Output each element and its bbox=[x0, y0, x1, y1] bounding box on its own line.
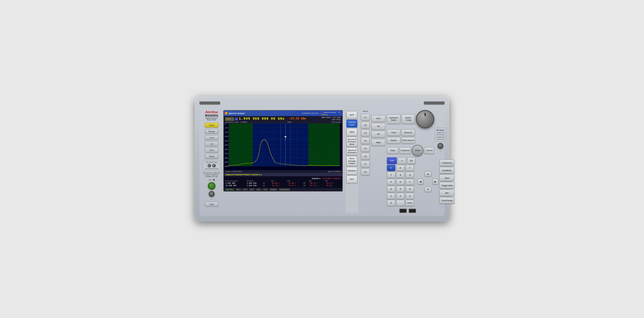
key-c[interactable]: C bbox=[406, 179, 414, 185]
softkey-off[interactable]: OFF bbox=[346, 175, 357, 183]
mod-on-off-knob[interactable] bbox=[212, 164, 216, 167]
key-1[interactable]: 1 bbox=[387, 193, 395, 199]
key-f[interactable]: F bbox=[406, 165, 414, 171]
single-button[interactable]: Single bbox=[387, 147, 398, 154]
key-e[interactable]: E bbox=[396, 165, 405, 171]
bs-button[interactable]: BS bbox=[407, 157, 415, 164]
f8-key[interactable]: F8 bbox=[361, 168, 370, 175]
sa-button[interactable]: SA bbox=[371, 123, 385, 130]
preset-button[interactable]: Preset bbox=[205, 123, 218, 127]
marker-button[interactable]: Marker bbox=[387, 137, 400, 144]
bw-button[interactable]: BW bbox=[439, 190, 454, 196]
time-sweep-button[interactable]: Time/Sweep bbox=[439, 197, 454, 204]
softkey-spectrum-emission[interactable]: Spectrum Emission Mask ▸ bbox=[346, 137, 357, 147]
f6-key[interactable]: F6 bbox=[361, 153, 370, 160]
enter-button[interactable]: Enter bbox=[412, 145, 423, 156]
frequency-button[interactable]: Frequency bbox=[439, 159, 454, 166]
col-h5: dBm bbox=[287, 180, 303, 182]
sg-output-box: SG Output (Opt) SG On/Off Mod On/Off bbox=[203, 160, 221, 171]
appli-button[interactable]: Appli bbox=[371, 139, 385, 146]
acp-r1-dbc2: -60.73 ( bbox=[309, 182, 325, 184]
softkey-standard[interactable]: Standard bbox=[346, 167, 357, 175]
f5-key[interactable]: F5 bbox=[361, 145, 370, 152]
usb-port-1[interactable] bbox=[399, 209, 407, 213]
f4-key[interactable]: F4 bbox=[361, 137, 370, 144]
main-knob[interactable] bbox=[416, 110, 434, 128]
main-body: Anritsu MS2830A Signal Analyzer 9kHz-6GH… bbox=[199, 107, 445, 216]
shift-button[interactable]: Shift bbox=[387, 157, 397, 164]
sg-button[interactable]: SG bbox=[371, 131, 385, 138]
copy-button[interactable]: Copy bbox=[205, 202, 218, 206]
cal-button[interactable]: Cal bbox=[205, 141, 218, 146]
save-button[interactable]: Save bbox=[205, 148, 218, 152]
key-3[interactable]: 3 bbox=[406, 193, 414, 199]
key-b[interactable]: B bbox=[396, 179, 405, 185]
minus-plus-button[interactable]: -/+ bbox=[398, 157, 406, 164]
arrow-down-button[interactable]: ▼ bbox=[425, 187, 431, 192]
sg-on-off-knob[interactable] bbox=[207, 164, 211, 167]
softkey-burst-average[interactable]: Burst Average Power ▸ bbox=[346, 156, 357, 166]
usb-port-2[interactable] bbox=[409, 209, 416, 213]
recall-button[interactable]: Recall bbox=[205, 154, 218, 159]
arrow-right-button[interactable]: ▶ bbox=[433, 179, 438, 185]
arrow-left-button[interactable]: ◀ bbox=[418, 179, 423, 185]
right-side-btns: Frequency Amplitude Span Trigger/Gate BW… bbox=[439, 159, 454, 204]
rms-label: RMS bbox=[287, 121, 292, 123]
key-dot[interactable]: . bbox=[396, 200, 405, 206]
trigger-gate-button[interactable]: Trigger/Gate bbox=[439, 182, 454, 189]
sa-status-bar: A W OFF B— C— D— E— F— Ref.Ext Pre-Amp O… bbox=[224, 188, 342, 191]
span-button[interactable]: Span bbox=[439, 174, 454, 181]
arrow-up-button[interactable]: ▲ bbox=[425, 171, 431, 177]
key-2[interactable]: 2 bbox=[396, 193, 405, 199]
points-label: 1001 points bbox=[331, 121, 341, 123]
acp-r2-dbm2: -76.18 ) bbox=[325, 185, 341, 187]
spa-button[interactable]: SPA bbox=[371, 115, 385, 122]
key-0[interactable]: 0 bbox=[387, 200, 395, 206]
rf-input-specs: +30dBm Max10V DC Max(+10dBm MaxPreamp On… bbox=[436, 132, 445, 140]
softkey-spurious-emission[interactable]: Spurious Emission ▸ bbox=[346, 147, 357, 155]
freq-display: 1.999 900 000 00 GHz bbox=[239, 117, 285, 120]
remote-button[interactable]: Remote bbox=[205, 129, 218, 134]
f2-key[interactable]: F2 bbox=[361, 122, 370, 128]
key-d[interactable]: D bbox=[387, 165, 395, 171]
svg-text:-30.0: -30.0 bbox=[224, 135, 228, 137]
key-a[interactable]: A bbox=[387, 179, 395, 185]
continuous-button[interactable]: Continuous bbox=[399, 147, 411, 154]
hex-row-def: D E F bbox=[387, 165, 415, 171]
application-switch-button[interactable]: Application Switch bbox=[387, 114, 400, 124]
softkey-channel-power[interactable]: Channel Power ▸ bbox=[346, 120, 357, 127]
acp-r2-bw: 3.840 000 bbox=[247, 185, 262, 187]
f3-key[interactable]: F3 bbox=[361, 130, 370, 136]
f7-key[interactable]: F7 bbox=[361, 161, 370, 167]
cancel-button[interactable]: Cancel bbox=[424, 147, 434, 154]
softkey-obw[interactable]: OBW bbox=[346, 128, 357, 136]
span-label: Span 25.00MHz bbox=[328, 171, 341, 172]
key-8[interactable]: 8 bbox=[396, 172, 405, 178]
key-7[interactable]: 7 bbox=[387, 172, 395, 178]
channel-label: A bbox=[235, 118, 238, 120]
top-handles bbox=[199, 101, 445, 105]
enter-num-button[interactable]: Enter bbox=[406, 200, 414, 206]
key-5[interactable]: 5 bbox=[396, 186, 405, 192]
acp-r2-offset: 10.000 000 bbox=[225, 185, 246, 187]
acp-r1-dbm2: -74.12 ) bbox=[325, 182, 341, 184]
col-h1: Offset Freq (MHz) bbox=[225, 180, 246, 182]
key-6[interactable]: 6 bbox=[406, 186, 414, 192]
acp-row-1: 5.000 000 3.840 000 L1 -60.89 ( -74.28 )… bbox=[225, 182, 341, 184]
key-9[interactable]: 9 bbox=[406, 172, 414, 178]
sa-info-bar: Reference Level 0.00dBm RMS 1001 points bbox=[224, 121, 342, 123]
svg-text:-50.0: -50.0 bbox=[224, 144, 228, 146]
amplitude-button[interactable]: Amplitude bbox=[439, 167, 454, 174]
peak-search-button[interactable]: Peak Search bbox=[401, 137, 415, 144]
softkey-acp[interactable]: ACP bbox=[346, 111, 357, 119]
status-seg-4: D— bbox=[250, 188, 254, 191]
f1-key[interactable]: F1 bbox=[361, 114, 370, 121]
acp-r2-u2: U2 bbox=[303, 185, 308, 187]
mode-btn-group: SPA SA SG Appli bbox=[371, 110, 385, 146]
measure-button[interactable]: Measure bbox=[401, 129, 415, 136]
local-button[interactable]: Local bbox=[205, 135, 218, 140]
trace-button[interactable]: Trace bbox=[387, 129, 400, 136]
power-button[interactable] bbox=[208, 182, 215, 190]
system-config-button[interactable]: System Config bbox=[401, 114, 415, 124]
key-4[interactable]: 4 bbox=[387, 186, 395, 192]
